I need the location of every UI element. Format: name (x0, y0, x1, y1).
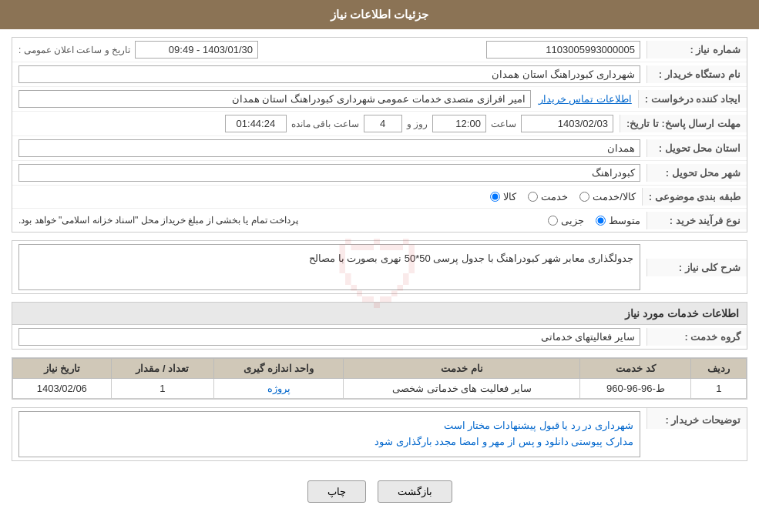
row-creator: ایجاد کننده درخواست : اطلاعات تماس خریدا… (12, 87, 747, 112)
info-section: شماره نیاز : 1103005993000005 1403/01/30… (12, 37, 747, 233)
row-purchase-type: نوع فرآیند خرید : متوسط جزیی (12, 209, 747, 232)
purchase-radio-motavaset[interactable] (596, 216, 606, 226)
need-description-box: جدولگذاری معابر شهر کبودراهنگ با جدول پر… (18, 244, 640, 290)
page-title: جزئیات اطلاعات نیاز (331, 8, 428, 21)
buyer-notes-box: شهرداری در رد یا قبول پیشنهادات مختار اس… (18, 411, 640, 457)
row-need-description: شرح کلی نیاز : جدولگذاری معابر شهر کبودر… (12, 241, 747, 293)
main-content: 🛡 شماره نیاز : 1103005993000005 1403/01/… (0, 29, 759, 522)
purchase-type-note: پرداخت تمام یا بخشی از مبلغ خریداز محل "… (18, 215, 298, 226)
row-service-group: گروه خدمت : سایر فعالیتهای خدماتی (12, 325, 747, 349)
need-number-label: شماره نیاز : (646, 41, 747, 59)
row-need-number: شماره نیاز : 1103005993000005 1403/01/30… (12, 38, 747, 62)
col-header-date: تاریخ نیاز (13, 359, 112, 379)
subject-khedmat-label: خدمت (541, 191, 568, 202)
creator-value: اطلاعات تماس خریدار امیر افرازی متصدی خد… (12, 87, 638, 111)
col-header-name: نام خدمت (344, 359, 580, 379)
button-row: بازگشت چاپ (12, 469, 747, 514)
response-days-label: روز و (407, 119, 428, 129)
table-row: 1 ط-96-96-960 سایر فعالیت های خدماتی شخص… (13, 379, 747, 399)
buyer-org-value: شهرداری کبودراهنگ استان همدان (12, 62, 646, 86)
services-table: ردیف کد خدمت نام خدمت واحد اندازه گیری ت… (12, 358, 747, 399)
cell-name-0: سایر فعالیت های خدماتی شخصی (344, 379, 580, 399)
services-section-title: اطلاعات خدمات مورد نیاز (12, 302, 747, 324)
print-button[interactable]: چاپ (307, 480, 366, 503)
creator-input: امیر افرازی متصدی خدمات عمومی شهرداری کب… (18, 90, 531, 108)
response-days-input: 4 (364, 115, 402, 132)
city-label: شهر محل تحویل : (646, 164, 747, 182)
subject-option-kala-khedmat[interactable]: کالا/خدمت (579, 191, 636, 202)
service-group-input: سایر فعالیتهای خدماتی (18, 328, 640, 346)
announce-date-container: 1403/01/30 - 09:49 تاریخ و ساعت اعلان عم… (12, 38, 330, 62)
city-value: کبودراهنگ (12, 161, 646, 185)
cell-unit-0: پروژه (214, 379, 344, 399)
response-date-input: 1403/02/03 (521, 115, 613, 132)
row-response-deadline: مهلت ارسال پاسخ: تا تاریخ: 1403/02/03 سا… (12, 112, 747, 136)
purchase-option-motavaset[interactable]: متوسط (596, 215, 640, 226)
col-header-row: ردیف (691, 359, 747, 379)
buyer-notes-label: توضیحات خریدار : (646, 408, 747, 429)
subject-kala-khedmat-label: کالا/خدمت (593, 191, 636, 202)
buyer-notes-line2: مدارک پیوستی دانلود و پس از مهر و امضا م… (25, 434, 633, 450)
province-value: همدان (12, 136, 646, 160)
buyer-org-label: نام دستگاه خریدار : (646, 65, 747, 83)
subject-radio-kala[interactable] (490, 192, 500, 202)
need-number-input: 1103005993000005 (486, 41, 640, 59)
row-city: شهر محل تحویل : کبودراهنگ (12, 161, 747, 186)
purchase-motavaset-label: متوسط (609, 215, 640, 226)
response-deadline-value: 1403/02/03 ساعت 12:00 روز و 4 ساعت باقی … (12, 112, 620, 136)
purchase-option-jozii[interactable]: جزیی (548, 215, 584, 226)
announce-date-label: تاریخ و ساعت اعلان عمومی : (18, 45, 130, 55)
subject-option-kala[interactable]: کالا (490, 191, 516, 202)
response-time-input: 12:00 (432, 115, 486, 132)
date-time-row: 1403/02/03 ساعت 12:00 روز و 4 ساعت باقی … (18, 115, 613, 132)
back-button[interactable]: بازگشت (378, 480, 452, 503)
service-group-section: گروه خدمت : سایر فعالیتهای خدماتی (12, 324, 747, 350)
buyer-notes-section: توضیحات خریدار : شهرداری در رد یا قبول پ… (12, 407, 747, 461)
subject-kala-label: کالا (503, 191, 516, 202)
purchase-radio-group: متوسط جزیی (548, 215, 640, 226)
province-label: استان محل تحویل : (646, 139, 747, 157)
services-table-section: ردیف کد خدمت نام خدمت واحد اندازه گیری ت… (12, 357, 747, 400)
purchase-jozii-label: جزیی (561, 215, 584, 226)
row-buyer-org: نام دستگاه خریدار : شهرداری کبودراهنگ اس… (12, 62, 747, 87)
col-header-code: کد خدمت (580, 359, 691, 379)
need-description-section: شرح کلی نیاز : جدولگذاری معابر شهر کبودر… (12, 240, 747, 294)
response-time-label: ساعت (491, 119, 516, 129)
subject-options: کالا/خدمت خدمت کالا (12, 188, 642, 206)
need-number-value: 1103005993000005 (330, 38, 647, 62)
contact-link[interactable]: اطلاعات تماس خریدار (539, 93, 632, 105)
col-header-unit: واحد اندازه گیری (214, 359, 344, 379)
row-province: استان محل تحویل : همدان (12, 136, 747, 161)
cell-row-0: 1 (691, 379, 747, 399)
subject-radio-group: کالا/خدمت خدمت کالا (18, 191, 636, 202)
city-input: کبودراهنگ (18, 164, 640, 182)
buyer-org-input: شهرداری کبودراهنگ استان همدان (18, 65, 640, 83)
buyer-notes-value: شهرداری در رد یا قبول پیشنهادات مختار اس… (12, 408, 646, 460)
service-group-value: سایر فعالیتهای خدماتی (12, 325, 646, 349)
need-description-label: شرح کلی نیاز : (646, 259, 747, 276)
service-group-label: گروه خدمت : (646, 328, 747, 346)
response-remaining-input: 01:44:24 (225, 115, 287, 132)
page-wrapper: جزئیات اطلاعات نیاز 🛡 شماره نیاز : 11030… (0, 0, 759, 532)
cell-date-0: 1403/02/06 (13, 379, 112, 399)
row-buyer-notes: توضیحات خریدار : شهرداری در رد یا قبول پ… (12, 408, 747, 460)
response-remaining-label: ساعت باقی مانده (291, 119, 359, 129)
purchase-radio-jozii[interactable] (548, 216, 558, 226)
subject-option-khedmat[interactable]: خدمت (528, 191, 568, 202)
creator-label: ایجاد کننده درخواست : (638, 90, 747, 108)
cell-code-0: ط-96-96-960 (580, 379, 691, 399)
subject-radio-kala-khedmat[interactable] (579, 192, 589, 202)
cell-quantity-0: 1 (111, 379, 213, 399)
buyer-notes-line1: شهرداری در رد یا قبول پیشنهادات مختار اس… (25, 418, 633, 434)
row-subject: طبقه بندی موضوعی : کالا/خدمت خدمت کالا (12, 186, 747, 209)
need-description-value: جدولگذاری معابر شهر کبودراهنگ با جدول پر… (12, 241, 646, 293)
announce-date-input: 1403/01/30 - 09:49 (135, 41, 258, 59)
response-deadline-label: مهلت ارسال پاسخ: تا تاریخ: (620, 115, 747, 132)
province-input: همدان (18, 139, 640, 157)
purchase-type-value: متوسط جزیی پرداخت تمام یا بخشی از مبلغ خ… (12, 212, 646, 229)
page-header: جزئیات اطلاعات نیاز (0, 0, 759, 29)
subject-label: طبقه بندی موضوعی : (642, 188, 747, 206)
subject-radio-khedmat[interactable] (528, 192, 538, 202)
purchase-type-label: نوع فرآیند خرید : (646, 212, 747, 229)
col-header-quantity: تعداد / مقدار (111, 359, 213, 379)
